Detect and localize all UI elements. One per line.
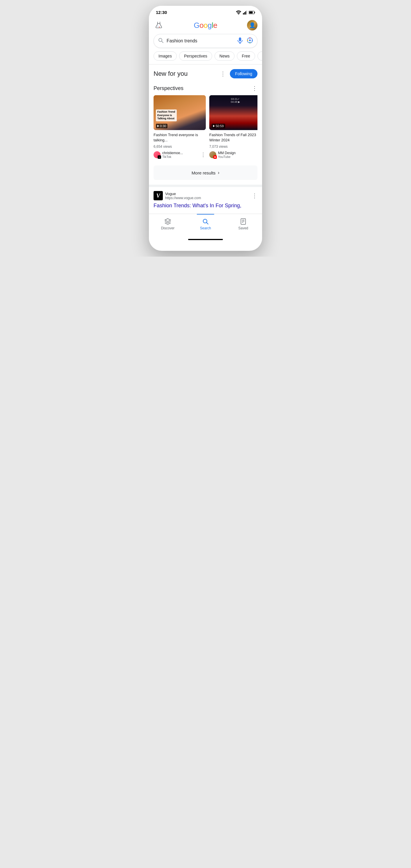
perspectives-more-button[interactable]: ⋮ [252,85,257,92]
new-for-you-section: New for you ⋮ Following [149,64,262,85]
more-results-label: More results [192,170,216,175]
svg-rect-4 [246,10,247,14]
fashion-overlay-1: Fashion TrendEveryone IsTalking About [156,110,177,121]
svg-point-0 [238,14,239,14]
saved-icon [240,218,247,225]
svg-rect-24 [241,219,246,224]
tab-videos[interactable]: Videos [257,51,262,61]
svg-point-17 [249,39,251,41]
play-icon-2 [213,125,215,127]
app-header: Google 👤 [149,17,262,34]
svg-rect-13 [239,37,241,41]
video-duration-2: 50:59 [212,124,225,128]
video-thumbnail-1: Fashion TrendEveryone IsTalking About 0:… [154,95,206,130]
svg-rect-1 [243,13,244,14]
svg-point-9 [158,26,158,26]
source-info-1: christiemoe... TikTok [162,151,199,158]
search-query-text[interactable]: Fashion trends [167,38,234,43]
perspectives-header: Perspectives ⋮ [154,85,257,92]
chevron-right-icon: › [218,170,219,175]
tiktok-badge: ♪ [158,155,161,159]
svg-rect-2 [244,12,245,14]
nav-item-saved[interactable]: Saved [224,216,262,232]
result-more-button[interactable]: ⋮ [252,192,257,199]
search-bar-container: Fashion trends [149,34,262,51]
tab-perspectives[interactable]: Perspectives [179,51,212,61]
result-title[interactable]: Fashion Trends: What's In For Spring, [154,202,257,209]
video-views-2: 7,073 views [209,145,257,149]
youtube-badge-2: ▶ [213,155,217,159]
new-for-you-header: New for you ⋮ Following [154,69,257,79]
search-actions [237,37,253,45]
tab-news[interactable]: News [215,51,234,61]
nav-active-bar [197,214,214,215]
search-icon [158,37,164,44]
source-platform-1: TikTok [162,155,199,158]
source-info-2: MM Design YouTube [218,151,255,158]
svg-rect-7 [249,11,253,13]
svg-rect-21 [252,40,253,41]
source-more-2[interactable]: ⋮ [256,152,257,158]
nav-item-discover[interactable]: Discover [149,216,187,232]
source-avatar-1: ♪ [154,151,160,158]
source-platform-2: YouTube [218,155,255,158]
google-logo: Google [164,21,247,30]
lens-search-button[interactable] [247,37,253,45]
more-results-button[interactable]: More results › [154,165,257,180]
tab-images[interactable]: Images [154,51,177,61]
new-for-you-more-button[interactable]: ⋮ [218,69,227,79]
labs-icon[interactable] [154,20,164,30]
status-bar: 12:30 [149,6,262,17]
result-source-row: V Vogue https://www.vogue.com ⋮ [154,191,257,200]
video-title-2: Fashion Trends of Fall 2023 Winter 2024 [209,132,257,143]
play-icon-1 [157,125,159,127]
search-nav-icon [202,218,209,225]
bottom-navigation: Discover Search Sav [149,214,262,237]
svg-point-10 [159,27,160,28]
status-icons [236,10,255,14]
search-bar[interactable]: Fashion trends [154,34,257,48]
avatar-image: 👤 [247,20,257,30]
result-source-info: V Vogue https://www.vogue.com [154,191,201,200]
video-card-2[interactable]: 03:21✓04:48 ▶ 50:59 Fashion Trends of Fa… [209,95,257,158]
svg-rect-3 [245,11,246,14]
status-time: 12:30 [156,10,167,15]
phone-frame: 12:30 [149,6,262,251]
perspectives-section: Perspectives ⋮ Fashion TrendEveryone IsT… [149,85,262,163]
new-for-you-actions: ⋮ Following [218,69,257,79]
discover-icon [164,218,171,225]
battery-icon [249,11,255,14]
home-bar [188,239,223,240]
search-label: Search [200,226,211,230]
svg-line-12 [162,41,163,43]
section-divider [149,185,262,187]
tab-free[interactable]: Free [237,51,255,61]
user-avatar[interactable]: 👤 [247,20,257,30]
video-duration-1: 0:30 [156,124,167,128]
video-thumbnail-2: 03:21✓04:48 ▶ 50:59 [209,95,257,130]
perspectives-title: Perspectives [154,85,184,91]
svg-rect-19 [250,42,251,43]
new-for-you-title: New for you [154,70,188,78]
following-button[interactable]: Following [230,69,257,79]
search-result-vogue[interactable]: V Vogue https://www.vogue.com ⋮ Fashion … [149,187,262,213]
source-name-1: christiemoe... [162,151,199,155]
result-source-details: Vogue https://www.vogue.com [165,192,201,200]
timestamp-overlay-2: 03:21✓04:48 ▶ [231,97,240,103]
main-content[interactable]: Google 👤 Fashion trends [149,17,262,214]
result-source-domain: Vogue [165,192,201,196]
vogue-source-icon: V [154,191,163,200]
source-avatar-2: ▶ [209,151,216,158]
voice-search-button[interactable] [237,37,243,45]
video-cards-list: Fashion TrendEveryone IsTalking About 0:… [154,95,257,160]
svg-rect-6 [255,11,255,13]
video-title-1: Fashion Trend everyone is talking... [154,132,206,143]
source-more-1[interactable]: ⋮ [200,152,206,158]
source-name-2: MM Design [218,151,255,155]
video-card-1[interactable]: Fashion TrendEveryone IsTalking About 0:… [154,95,206,158]
result-source-url: https://www.vogue.com [165,196,201,200]
nav-item-search[interactable]: Search [187,216,224,232]
svg-rect-18 [250,37,251,39]
saved-label: Saved [238,226,248,230]
video-source-1: ♪ christiemoe... TikTok ⋮ [154,151,206,158]
